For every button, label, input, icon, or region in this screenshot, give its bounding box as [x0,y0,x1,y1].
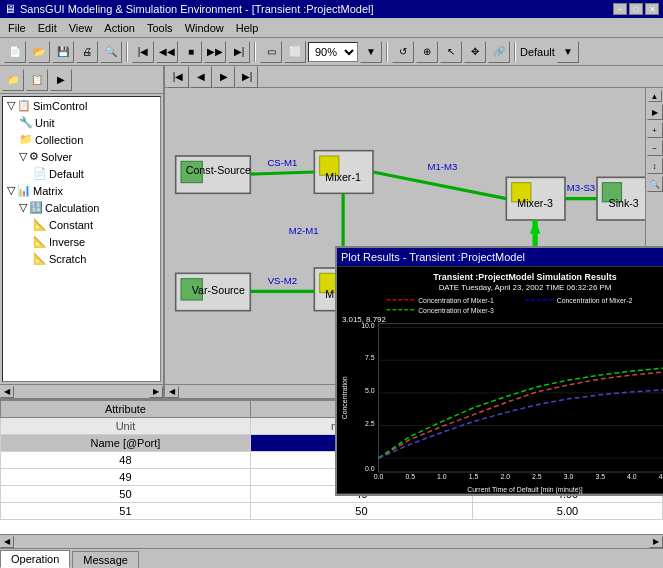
solver-label: Solver [41,151,72,163]
row4-attr: 51 [1,503,251,520]
close-button[interactable]: ✕ [645,3,659,15]
menu-help[interactable]: Help [230,20,265,36]
canvas-next-btn[interactable]: ▶| [236,66,258,88]
canvas-play-btn[interactable]: ▶ [213,66,235,88]
bottom-scrollbar: ◀ ▶ [0,534,663,548]
tree-btn-3[interactable]: ▶ [50,69,72,91]
link-button[interactable]: 🔗 [488,41,510,63]
expand-solver-icon: ▽ [19,150,27,163]
bottom-scroll-right[interactable]: ▶ [649,536,663,548]
constant-icon: 📐 [33,218,47,231]
x-tick-30: 3.0 [564,473,574,480]
vtoolbar-btn3[interactable]: − [647,140,663,156]
menu-file[interactable]: File [2,20,32,36]
var-source-label: Var-Source [192,284,245,296]
collection-label: Collection [35,134,83,146]
tab-message[interactable]: Message [72,551,139,568]
menu-tools[interactable]: Tools [141,20,179,36]
new-button[interactable]: 📄 [4,41,26,63]
tree-solver[interactable]: ▽ ⚙ Solver [3,148,160,165]
x-tick-15: 1.5 [469,473,479,480]
rect-button[interactable]: ▭ [260,41,282,63]
menu-window[interactable]: Window [179,20,230,36]
inverse-icon: 📐 [33,235,47,248]
vtoolbar-btn4[interactable]: ↕ [647,158,663,174]
profile-area: Default ▼ [520,41,579,63]
stop-button[interactable]: ■ [180,41,202,63]
reset-button[interactable]: ↺ [392,41,414,63]
tree-calculation[interactable]: ▽ 🔢 Calculation [3,199,160,216]
y-tick-75: 7.5 [365,354,375,361]
y-tick-50: 5.0 [365,387,375,394]
find-button[interactable]: 🔍 [100,41,122,63]
canvas-scroll-left[interactable]: ◀ [165,386,179,398]
y-tick-25: 2.5 [365,420,375,427]
title-bar-left: 🖥 SansGUI Modeling & Simulation Environm… [4,2,374,16]
step-forward-button[interactable]: ▶| [228,41,250,63]
inverse-label: Inverse [49,236,85,248]
row4-cycle: 50 [250,503,472,520]
legend-mixer1: Concentration of Mixer-1 [418,297,494,304]
sink3-label: Sink-3 [609,197,639,209]
scroll-right-btn[interactable]: ▶ [149,386,163,398]
constant-label: Constant [49,219,93,231]
left-panel-scrollbar[interactable]: ◀ ▶ [0,384,163,398]
col-attribute: Attribute [1,401,251,418]
left-panel-toolbar: 📁 📋 ▶ [0,66,163,94]
zoom-select[interactable]: 90% [308,42,358,62]
x-axis-label: Current Time of Default [min (minute)] [467,486,583,494]
vtoolbar-up[interactable]: ▲ [648,90,662,102]
x-tick-20: 2.0 [500,473,510,480]
maximize-button[interactable]: □ [629,3,643,15]
separator-1 [126,42,128,62]
y-tick-100: 10.0 [361,322,375,329]
x-tick-10: 1.0 [437,473,447,480]
vtoolbar-btn1[interactable]: ▶ [647,104,663,120]
tree-btn-2[interactable]: 📋 [26,69,48,91]
tree-inverse[interactable]: 📐 Inverse [3,233,160,250]
bottom-tabs: Operation Message [0,548,663,568]
print-button[interactable]: 🖨 [76,41,98,63]
tree-matrix[interactable]: ▽ 📊 Matrix [3,182,160,199]
menu-edit[interactable]: Edit [32,20,63,36]
menu-bar: File Edit View Action Tools Window Help [0,18,663,38]
target-button[interactable]: ⊕ [416,41,438,63]
open-button[interactable]: 📂 [28,41,50,63]
tree-constant[interactable]: 📐 Constant [3,216,160,233]
menu-action[interactable]: Action [98,20,141,36]
zoom-down-btn[interactable]: ▼ [360,41,382,63]
minimize-button[interactable]: − [613,3,627,15]
canvas-first-btn[interactable]: |◀ [167,66,189,88]
tree-unit[interactable]: 🔧 Unit [3,114,160,131]
scroll-left-btn[interactable]: ◀ [0,386,14,398]
default-icon: 📄 [33,167,47,180]
main-toolbar: 📄 📂 💾 🖨 🔍 |◀ ◀◀ ■ ▶▶ ▶| ▭ ⬜ 90% ▼ ↺ ⊕ ↖ … [0,38,663,66]
m2-m1-label: M2-M1 [289,225,319,236]
profile-dropdown[interactable]: ▼ [557,41,579,63]
tab-operation[interactable]: Operation [0,550,70,568]
tree-simcontrol[interactable]: ▽ 📋 SimControl [3,97,160,114]
expand-matrix-icon: ▽ [7,184,15,197]
step-back-button[interactable]: |◀ [132,41,154,63]
cursor-button[interactable]: ↖ [440,41,462,63]
select-button[interactable]: ⬜ [284,41,306,63]
rewind-button[interactable]: ◀◀ [156,41,178,63]
tree-scratch[interactable]: 📐 Scratch [3,250,160,267]
separator-3 [386,42,388,62]
tree-default[interactable]: 📄 Default [3,165,160,182]
canvas-prev-btn[interactable]: ◀ [190,66,212,88]
vtoolbar-btn2[interactable]: + [647,122,663,138]
cs-m1-label: CS-M1 [267,157,297,168]
move-button[interactable]: ✥ [464,41,486,63]
vtoolbar-btn5[interactable]: 🔍 [647,176,663,192]
tree-btn-1[interactable]: 📁 [2,69,24,91]
profile-label: Default [520,46,555,58]
tree-collection[interactable]: 📁 Collection [3,131,160,148]
menu-view[interactable]: View [63,20,99,36]
bottom-scroll-left[interactable]: ◀ [0,536,14,548]
tree-area: ▽ 📋 SimControl 🔧 Unit 📁 Collection ▽ ⚙ S… [2,96,161,382]
save-button[interactable]: 💾 [52,41,74,63]
simcontrol-icon: 📋 [17,99,31,112]
forward-button[interactable]: ▶▶ [204,41,226,63]
plot-content: Transient :ProjectModel Simulation Resul… [337,266,663,494]
